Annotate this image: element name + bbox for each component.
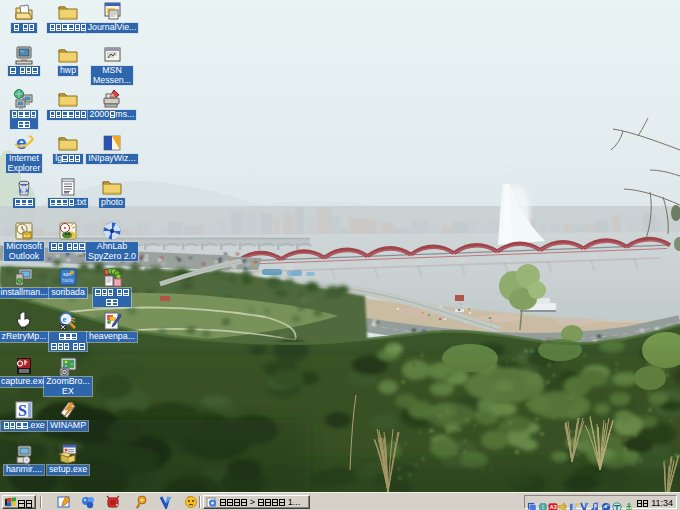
svg-text:e: e (63, 314, 67, 324)
svg-text:S: S (18, 402, 27, 419)
svg-text:e: e (16, 132, 27, 153)
svg-text:A3: A3 (550, 504, 557, 510)
svg-text:bada: bada (62, 277, 73, 283)
